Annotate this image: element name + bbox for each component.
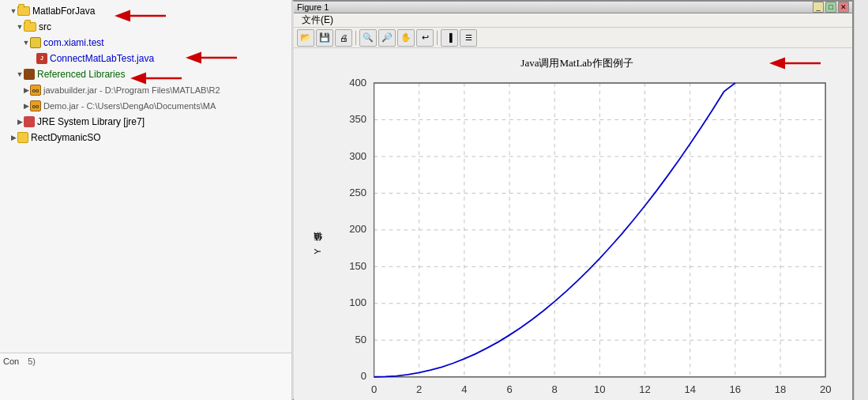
svg-text:10: 10 [594,383,606,395]
src-folder-icon [24,22,36,32]
tree-item-package[interactable]: ▼ com.xiami.test [0,35,291,51]
tree-item-javabuilder-jar[interactable]: ▶ oo javabuilder.jar - D:\Program Files\… [0,82,291,98]
console-label: Con [3,357,19,366]
toolbar-open[interactable]: 📂 [297,29,314,47]
svg-text:200: 200 [349,223,366,235]
toolbar-pan[interactable]: ✋ [397,29,415,47]
jre-icon [24,116,35,127]
figure-title: Figure 1 [297,2,329,12]
tree-label-javabuilder: javabuilder.jar - D:\Program Files\MATLA… [43,85,220,95]
console-panel: Con 5) [0,353,291,400]
expand-arrow-javabuilder: ▶ [22,86,30,94]
tree-label-jre: JRE System Library [jre7] [37,116,145,127]
figure-titlebar: Figure 1 _ □ ✕ [294,2,852,13]
toolbar-save[interactable]: 💾 [316,29,333,47]
close-button[interactable]: ✕ [838,2,849,13]
red-arrow-4 [734,55,829,72]
svg-text:16: 16 [730,383,742,395]
expand-arrow: ▼ [9,7,17,15]
expand-arrow-libs: ▼ [16,70,24,78]
tree-label-package: com.xiami.test [43,37,104,48]
chart-svg: 0 50 100 150 200 250 300 350 400 0 2 4 [327,74,844,400]
chart-svg-area[interactable]: 0 50 100 150 200 250 300 350 400 0 2 4 [327,74,844,400]
console-content: 5) [28,357,36,366]
toolbar-legend[interactable]: ☰ [460,29,477,47]
titlebar-buttons: _ □ ✕ [813,2,849,13]
tree-item-java-file[interactable]: J ConnectMatLabTest.java [0,51,291,66]
expand-arrow-src: ▼ [16,23,24,31]
svg-text:400: 400 [349,77,366,89]
svg-text:8: 8 [552,383,558,395]
y-axis-label: Y轴值 [310,74,325,400]
tree-label-demo: Demo.jar - C:\Users\DengAo\Documents\MA [43,101,216,111]
expand-arrow-rect: ▶ [9,134,17,142]
project-tree: ▼ MatlabForJava ▼ src ▼ com.xiami.test J… [0,0,291,353]
expand-arrow-jre: ▶ [16,118,24,126]
expand-arrow-package: ▼ [22,39,30,47]
rect-folder-icon [17,132,28,143]
toolbar-rotate[interactable]: ↩ [416,29,434,47]
expand-arrow-demo: ▶ [22,102,30,110]
tree-label-referenced-libraries: Referenced Libraries [37,69,125,80]
svg-text:250: 250 [349,187,366,198]
maximize-button[interactable]: □ [825,2,836,13]
plot-area: Java调用MatLab作图例子 Y轴值 [294,48,852,400]
svg-text:150: 150 [349,260,366,272]
svg-text:100: 100 [349,296,366,308]
figure-window: Figure 1 _ □ ✕ 文件(E) 📂 💾 🖨 🔍 🔎 ✋ ↩ ▐ ☰ J… [292,0,854,400]
toolbar-print[interactable]: 🖨 [335,29,352,47]
toolbar-zoom-in[interactable]: 🔍 [359,29,377,47]
toolbar-sep1 [355,31,356,45]
svg-text:2: 2 [416,383,422,395]
svg-text:18: 18 [775,383,787,395]
lib-icon [24,69,35,80]
tree-item-matlabforjava[interactable]: ▼ MatlabForJava [0,3,291,19]
plot-container: Y轴值 [310,74,844,400]
tree-label-matlabforjava: MatlabForJava [32,6,95,17]
svg-text:6: 6 [506,383,512,395]
tree-item-jre[interactable]: ▶ JRE System Library [jre7] [0,114,291,130]
svg-text:20: 20 [820,383,832,395]
menu-file[interactable]: 文件(E) [297,13,338,27]
tree-label-rectdynamic: RectDymanicSO [31,132,101,143]
package-icon [30,37,41,48]
jar-icon-javabuilder: oo [30,85,41,96]
toolbar-colorbar[interactable]: ▐ [441,29,458,47]
project-folder-icon [17,6,30,16]
tree-item-demo-jar[interactable]: ▶ oo Demo.jar - C:\Users\DengAo\Document… [0,98,291,114]
toolbar-zoom-out[interactable]: 🔎 [378,29,396,47]
toolbar-sep2 [437,31,438,45]
svg-text:4: 4 [461,383,467,395]
plot-title-container: Java调用MatLab作图例子 [310,56,844,74]
tree-label-src: src [39,21,51,32]
java-file-icon: J [36,53,47,64]
minimize-button[interactable]: _ [813,2,824,13]
chart-wrapper: 0 50 100 150 200 250 300 350 400 0 2 4 [327,74,844,400]
svg-text:0: 0 [361,370,366,382]
svg-text:300: 300 [349,149,366,161]
svg-text:0: 0 [371,383,377,395]
svg-text:14: 14 [684,383,696,395]
svg-text:350: 350 [349,113,366,125]
sidebar: ▼ MatlabForJava ▼ src ▼ com.xiami.test J… [0,0,292,400]
tree-item-rectdynamic[interactable]: ▶ RectDymanicSO [0,130,291,145]
tree-item-referenced-libraries[interactable]: ▼ Referenced Libraries [0,66,291,82]
svg-text:12: 12 [639,383,651,395]
jar-icon-demo: oo [30,100,41,111]
toolbar: 📂 💾 🖨 🔍 🔎 ✋ ↩ ▐ ☰ [294,28,852,48]
tree-item-src[interactable]: ▼ src [0,19,291,35]
svg-text:50: 50 [355,334,366,345]
right-side-scrollbar [854,0,868,400]
menu-bar: 文件(E) [294,13,852,28]
tree-label-java-file: ConnectMatLabTest.java [50,53,154,64]
